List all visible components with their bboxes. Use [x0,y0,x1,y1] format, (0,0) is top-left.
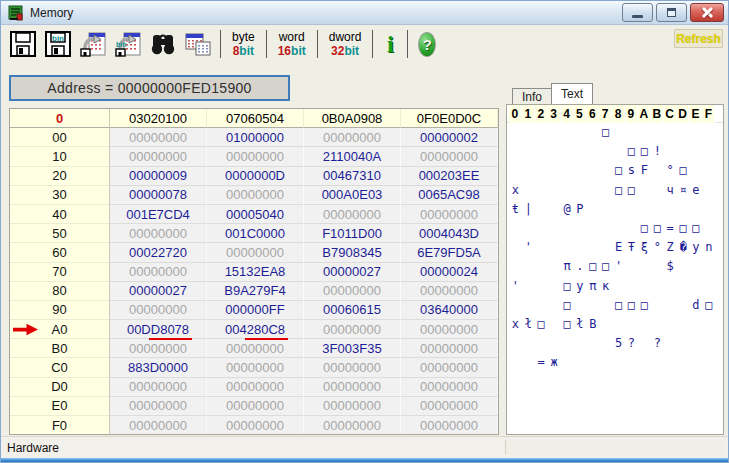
hex-cell[interactable]: 00000024 [401,263,498,282]
hex-memory-table[interactable]: 0 03020100 07060504 0B0A0908 0F0E0D0C 00… [9,108,499,435]
hex-cell[interactable]: 00000000 [304,416,401,435]
hex-cell[interactable]: 00000027 [110,282,207,301]
text-char-cell: $ [664,257,677,276]
hex-cell[interactable]: 15132EA8 [207,263,304,282]
hex-cell[interactable]: 000A0E03 [304,186,401,205]
hex-cell[interactable]: 00000000 [207,243,304,262]
minimize-button[interactable] [622,3,653,22]
hex-cell[interactable]: 00DD8078 [110,320,207,339]
hex-cell[interactable]: 00000000 [401,397,498,416]
grid-view-button[interactable] [181,28,215,60]
hex-cell[interactable]: 00000078 [110,186,207,205]
save-button[interactable] [6,28,40,60]
hex-cell[interactable]: 00000000 [110,397,207,416]
text-column-header: A [638,105,651,123]
hex-cell[interactable]: 00000000 [110,339,207,358]
hex-cell[interactable]: 00000000 [401,147,498,166]
text-char-cell: ł [573,315,586,334]
hex-cell[interactable]: 001C0000 [207,224,304,243]
hex-cell[interactable]: 00000000 [110,263,207,282]
hex-cell[interactable]: 00000000 [304,378,401,397]
hex-cell[interactable]: 00000000 [110,301,207,320]
hex-cell[interactable]: 883D0000 [110,358,207,377]
hex-cell[interactable]: 00000000 [207,416,304,435]
window-title: Memory [30,6,73,20]
help-button[interactable]: ? [412,28,442,60]
title-bar[interactable]: Memory [1,1,728,25]
hex-cell[interactable]: 00000000 [304,397,401,416]
hex-cell[interactable]: 6E79FD5A [401,243,498,262]
hex-cell[interactable]: 00000027 [304,263,401,282]
hex-cell[interactable]: 00000000 [401,416,498,435]
hex-cell[interactable]: 004280C8 [207,320,304,339]
hex-cell[interactable]: 00000002 [401,128,498,147]
hex-cell[interactable]: 00000000 [110,224,207,243]
hex-cell[interactable]: 00467310 [304,167,401,186]
hex-cell[interactable]: 00000000 [304,320,401,339]
hex-cell[interactable]: 00000000 [207,397,304,416]
table-row: 300000007800000000000A0E030065AC98 [10,186,498,205]
hex-cell[interactable]: 00000000 [401,358,498,377]
address-bar[interactable]: Address = 00000000FED15900 [9,75,290,101]
text-row: =ж [507,353,723,372]
memory-app-icon [8,5,24,21]
hex-cell[interactable]: 00000000 [110,147,207,166]
hex-cell[interactable]: 00000000 [304,282,401,301]
hex-cell[interactable]: 00000000 [304,358,401,377]
tab-info[interactable]: Info [512,88,552,104]
hex-cell[interactable]: 00000000 [207,339,304,358]
hex-cell[interactable]: 00000000 [304,128,401,147]
info-button[interactable]: i [377,28,403,60]
hex-cell[interactable]: 00000000 [207,358,304,377]
load-binary-button[interactable]: bin [111,28,145,60]
dword-32bit-button[interactable]: dword 32bit [322,28,369,60]
refresh-button[interactable]: Refresh [674,29,723,48]
hex-cell[interactable]: 0004043D [401,224,498,243]
find-button[interactable] [146,28,180,60]
column-header: 07060504 [207,109,304,128]
word-16bit-button[interactable]: word 16bit [271,28,313,60]
text-char-cell: □ [586,257,599,276]
hex-cell[interactable]: B9A279F4 [207,282,304,301]
hex-cell[interactable]: 2110040A [304,147,401,166]
maximize-button[interactable] [656,3,687,22]
hex-cell[interactable]: 00000000 [401,339,498,358]
hex-cell[interactable]: 000000FF [207,301,304,320]
hex-cell[interactable]: 001E7CD4 [110,205,207,224]
hex-cell[interactable]: 00022720 [110,243,207,262]
text-row: xł□□łB [507,315,723,334]
save-binary-button[interactable]: bin [41,28,75,60]
table-row: 5000000000001C0000F1011D000004043D [10,224,498,243]
hex-cell[interactable]: 00000000 [110,378,207,397]
hex-cell[interactable]: 00060615 [304,301,401,320]
hex-cell[interactable]: B7908345 [304,243,401,262]
hex-cell[interactable]: 00000000 [401,320,498,339]
close-button[interactable] [690,3,724,22]
hex-cell[interactable]: 00000000 [207,186,304,205]
hex-cell[interactable]: F1011D00 [304,224,401,243]
hex-cell[interactable]: 01000000 [207,128,304,147]
text-column-header: 5 [573,105,586,123]
hex-cell[interactable]: 00000000 [401,378,498,397]
hex-cell[interactable]: 000203EE [401,167,498,186]
hex-cell[interactable]: 00000000 [110,128,207,147]
hex-cell[interactable]: 0000000D [207,167,304,186]
hex-cell[interactable]: 00000000 [110,416,207,435]
hex-cell[interactable]: 00000009 [110,167,207,186]
text-row: □□! [507,142,723,161]
text-panel[interactable]: 0123456789ABCDEF □□□!□sF°□x□□ч¤eŧ|@P□□=□… [506,104,724,435]
hex-cell[interactable]: 3F003F35 [304,339,401,358]
row-address: 50 [10,224,110,243]
hex-cell[interactable]: 00000000 [401,205,498,224]
byte-8bit-button[interactable]: byte 8bit [225,28,262,60]
hex-cell[interactable]: 03640000 [401,301,498,320]
text-char-cell: π [561,257,574,276]
tab-text[interactable]: Text [551,83,593,104]
hex-cell[interactable]: 00000000 [207,147,304,166]
hex-cell[interactable]: 00000000 [401,282,498,301]
load-button[interactable] [76,28,110,60]
hex-cell[interactable]: 00000000 [304,205,401,224]
hex-cell[interactable]: 00000000 [207,378,304,397]
hex-cell[interactable]: 0065AC98 [401,186,498,205]
hex-cell[interactable]: 00005040 [207,205,304,224]
